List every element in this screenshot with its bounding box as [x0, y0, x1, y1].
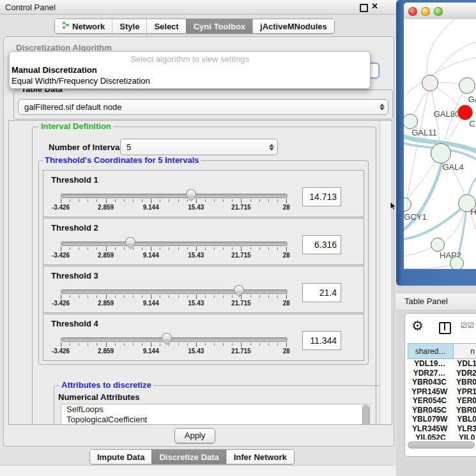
slider-track[interactable] — [61, 194, 288, 198]
slider-track[interactable] — [61, 242, 288, 246]
mouse-cursor — [390, 201, 397, 211]
slider-major-tick — [286, 199, 287, 203]
table-row[interactable]: YPR145WYPR1 — [408, 387, 476, 397]
slider-major-tick — [151, 247, 151, 251]
dropdown-item-manual-discretization[interactable]: Manual Discretization — [12, 65, 97, 75]
slider-major-tick — [151, 295, 151, 299]
network-node-c[interactable] — [457, 105, 473, 120]
network-canvas[interactable]: GAL80GACGAL11GAL4GCY1HHAP2 — [404, 19, 476, 269]
numerical-attributes-list[interactable]: SelfLoopsTopologicalCoefficientBetweenne… — [61, 404, 370, 425]
threshold-label: Threshold 4 — [51, 319, 98, 328]
column-header-shared-name[interactable]: shared… — [408, 343, 454, 359]
attributes-list-scrollbar[interactable] — [362, 405, 369, 425]
network-node[interactable] — [450, 256, 464, 269]
float-window-icon[interactable] — [360, 4, 368, 12]
slider-major-tick — [196, 342, 197, 347]
tab-discretize-data[interactable]: Discretize Data — [151, 450, 226, 464]
slider-minor-ticks — [61, 247, 287, 250]
table-row[interactable]: YBR045CYBR0 — [408, 406, 476, 415]
cell-name: YDL1 — [452, 359, 476, 369]
scale-label: 15.43 — [188, 204, 204, 211]
select-columns-icon[interactable]: ☑☑ — [461, 321, 475, 330]
cell-name: YBR0 — [451, 406, 476, 415]
slider-scale: -3.4262.8599.14415.4321.71528 — [61, 348, 286, 356]
table-hscrollbar-thumb[interactable] — [408, 441, 475, 449]
interval-definition-group: Interval Definition Number of Intervals … — [32, 127, 376, 425]
scale-label: 21.715 — [231, 348, 251, 355]
scale-label: -3.426 — [52, 252, 70, 259]
network-node-gal4[interactable] — [431, 143, 451, 164]
zoom-traffic-light[interactable] — [434, 7, 443, 16]
cell-name: YLR3 — [452, 424, 476, 434]
main-scrollbar-track[interactable] — [380, 121, 392, 424]
threshold-value-field[interactable]: 11.344 — [302, 331, 341, 350]
slider-track[interactable] — [61, 337, 288, 342]
threshold-value-field[interactable]: 6.316 — [302, 235, 341, 254]
node-label: GCY1 — [404, 212, 426, 222]
attribute-item-topologicalcoefficient[interactable]: TopologicalCoefficient — [61, 415, 369, 425]
scrollbar-thumb[interactable] — [362, 405, 369, 425]
scale-label: -3.426 — [52, 348, 70, 355]
network-node-ga[interactable] — [459, 77, 475, 94]
table-row[interactable]: YBR043CYBR0 — [408, 378, 476, 387]
apply-button[interactable]: Apply — [174, 428, 215, 443]
close-icon[interactable]: ✕ — [371, 1, 378, 11]
scale-label: 15.43 — [188, 348, 204, 355]
thresholds-group-title: Threshold's Coordinates for 5 Intervals — [43, 156, 201, 165]
table-data-combo[interactable]: galFiltered.sif default node — [18, 99, 388, 115]
network-view-window: GAL80GACGAL11GAL4GCY1HHAP2 — [396, 0, 476, 286]
tab-cyni-toolbox[interactable]: Cyni Toolbox — [186, 19, 252, 33]
tab-style[interactable]: Style — [112, 19, 146, 33]
table-panel-titlebar: Table Panel — [396, 293, 476, 311]
cyni-toolbox-panel: Discretization Algorithm Select algorith… — [3, 36, 394, 447]
threshold-value-field[interactable]: 14.713 — [302, 187, 341, 206]
scale-label: 9.144 — [143, 252, 159, 259]
table-row[interactable]: YIL052CYIL0 — [408, 433, 476, 440]
tab-impute-data[interactable]: Impute Data — [90, 450, 151, 464]
scale-label: 28 — [282, 204, 289, 211]
number-of-intervals-combo[interactable]: 5 — [120, 139, 278, 155]
cell-shared-name: YLR345W — [408, 424, 452, 434]
threshold-label: Threshold 1 — [51, 175, 98, 185]
slider-track[interactable] — [61, 289, 288, 294]
gear-icon[interactable]: ⚙ — [411, 318, 424, 334]
combo-updown-icon — [266, 144, 277, 151]
slider-major-tick — [286, 342, 287, 347]
scale-label: 28 — [282, 252, 289, 259]
dropdown-item-equal-width-frequency[interactable]: Equal Width/Frequency Discretization — [12, 76, 150, 86]
node-label: H — [470, 207, 476, 217]
column-header-name[interactable]: n — [454, 343, 476, 359]
slider-major-tick — [241, 295, 242, 299]
table-row[interactable]: YDR27…YDR2 — [408, 369, 476, 378]
node-label: C — [469, 119, 475, 128]
minimize-traffic-light[interactable] — [421, 7, 430, 16]
split-columns-icon[interactable] — [439, 322, 451, 334]
threshold-3-panel: Threshold 3-3.4262.8599.14415.4321.71528… — [43, 266, 364, 313]
slider-major-tick — [196, 295, 197, 299]
table-row[interactable]: YLR345WYLR3 — [408, 424, 476, 434]
cell-shared-name: YBL079W — [408, 415, 452, 424]
dropdown-placeholder-item[interactable]: Select algorithm to view settings — [10, 54, 370, 64]
threshold-value-field[interactable]: 21.4 — [302, 283, 341, 302]
bottom-tab-bar: Impute DataDiscretize DataInfer Network — [89, 449, 295, 464]
table-row[interactable]: YER054CYER0 — [408, 396, 476, 406]
table-row[interactable]: YDL19…YDL1 — [408, 359, 476, 369]
network-node-gal80[interactable] — [422, 75, 438, 91]
table-row[interactable]: YBL079WYBL0 — [408, 415, 476, 424]
cell-name: YDR2 — [451, 369, 476, 378]
threshold-2-panel: Threshold 2-3.4262.8599.14415.4321.71528… — [43, 218, 364, 265]
tab-infer-network[interactable]: Infer Network — [226, 450, 294, 464]
tab-network[interactable]: Network — [55, 19, 112, 33]
tab-label: Infer Network — [234, 452, 287, 462]
node-label: GAL4 — [442, 162, 463, 172]
close-traffic-light[interactable] — [408, 7, 417, 16]
attribute-item-selfloops[interactable]: SelfLoops — [61, 404, 369, 415]
algorithm-dropdown-popup: Select algorithm to view settings Manual… — [9, 51, 371, 89]
tab-jactivemnodules[interactable]: jActiveMNodules — [252, 19, 334, 33]
network-icon — [62, 21, 70, 31]
slider-major-tick — [286, 295, 287, 299]
scale-label: -3.426 — [52, 300, 70, 307]
thresholds-group: Threshold's Coordinates for 5 Intervals … — [38, 160, 369, 365]
tab-label: Select — [154, 22, 178, 31]
tab-select[interactable]: Select — [146, 19, 185, 33]
